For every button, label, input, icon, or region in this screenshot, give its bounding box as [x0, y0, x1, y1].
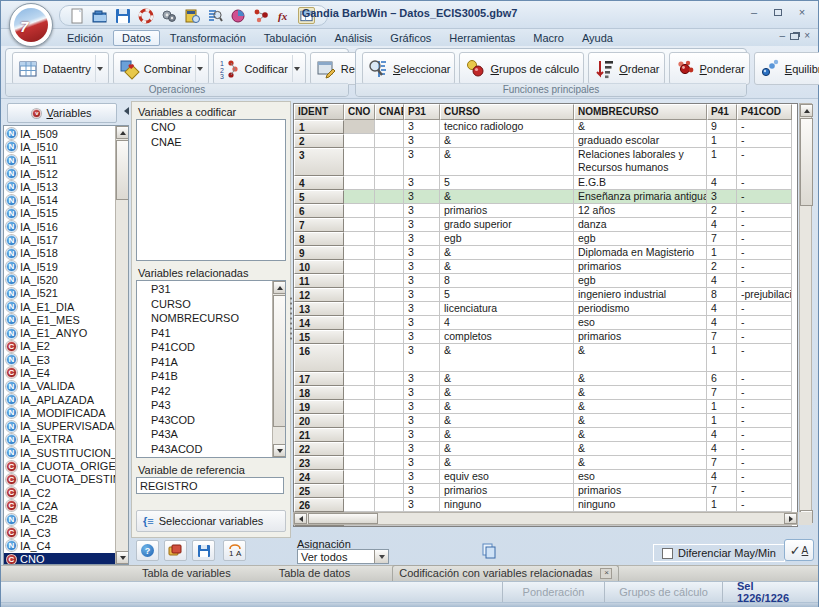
- cell-curso[interactable]: &: [440, 148, 574, 176]
- cell-cnae[interactable]: [375, 414, 404, 428]
- cell-p41[interactable]: 7: [707, 232, 737, 246]
- row-header-8[interactable]: 8: [294, 232, 344, 246]
- variable-item-ia_i519[interactable]: NIA_I519: [4, 260, 115, 273]
- related-item-p43acod[interactable]: P43ACOD: [137, 442, 272, 457]
- cell-p41cod[interactable]: -: [737, 190, 792, 204]
- cell-cnae[interactable]: [375, 218, 404, 232]
- cell-cno[interactable]: [344, 372, 375, 386]
- variable-item-ia_e1_mes[interactable]: NIA_E1_MES: [4, 313, 115, 326]
- variable-item-ia_extra[interactable]: NIA_EXTRA: [4, 433, 115, 446]
- cell-p41[interactable]: 4: [707, 218, 737, 232]
- cell-p41[interactable]: 7: [707, 484, 737, 498]
- cell-cno[interactable]: [344, 428, 375, 442]
- cell-curso[interactable]: &: [440, 344, 574, 372]
- menu-item-herramientas[interactable]: Herramientas: [441, 31, 523, 45]
- reference-input[interactable]: REGISTRO: [136, 477, 284, 494]
- cell-p41[interactable]: 1: [707, 400, 737, 414]
- variable-item-ia_e1_anyo[interactable]: NIA_E1_ANYO: [4, 326, 115, 339]
- ordenar-button[interactable]: Ordenar: [588, 52, 664, 85]
- save-button[interactable]: [192, 540, 215, 561]
- variable-item-cno[interactable]: CCNO: [4, 553, 115, 566]
- cell-cnae[interactable]: [375, 302, 404, 316]
- cell-p41[interactable]: 9: [707, 120, 737, 134]
- variable-item-ia_cuota_destino[interactable]: CIA_CUOTA_DESTINO: [4, 473, 115, 486]
- column-header-p41[interactable]: P41: [707, 104, 737, 120]
- variable-item-ia_i513[interactable]: NIA_I513: [4, 180, 115, 193]
- cell-p31[interactable]: 3: [404, 232, 440, 246]
- checkbox-icon[interactable]: [662, 548, 673, 559]
- app-logo[interactable]: 7: [9, 3, 53, 47]
- cell-cno[interactable]: [344, 470, 375, 484]
- cell-cnae[interactable]: [375, 274, 404, 288]
- cell-p41[interactable]: 7: [707, 330, 737, 344]
- variable-item-ia_e2[interactable]: CIA_E2: [4, 340, 115, 353]
- row-header-24[interactable]: 24: [294, 470, 344, 484]
- mdi-close-button[interactable]: ×: [804, 31, 810, 41]
- cell-cnae[interactable]: [375, 442, 404, 456]
- copy-button[interactable]: [479, 541, 499, 560]
- cell-p41cod[interactable]: -: [737, 316, 792, 330]
- cell-p31[interactable]: 3: [404, 498, 440, 512]
- variable-item-ia_i521[interactable]: NIA_I521: [4, 287, 115, 300]
- scroll-left-icon[interactable]: [294, 513, 307, 524]
- cell-curso[interactable]: completos: [440, 330, 574, 344]
- cell-cno[interactable]: [344, 302, 375, 316]
- scroll-right-icon[interactable]: [784, 513, 797, 524]
- row-header-23[interactable]: 23: [294, 456, 344, 470]
- variable-item-ia_c2b[interactable]: NIA_C2B: [4, 513, 115, 526]
- cell-cno[interactable]: [344, 232, 375, 246]
- cell-p31[interactable]: 3: [404, 204, 440, 218]
- related-item-nombrecurso[interactable]: NOMBRECURSO: [137, 311, 272, 326]
- cell-curso[interactable]: egb: [440, 232, 574, 246]
- cell-curso[interactable]: &: [440, 260, 574, 274]
- cell-p41cod[interactable]: -: [737, 232, 792, 246]
- dropdown-arrow-icon[interactable]: [95, 55, 104, 82]
- equilibrar-button[interactable]: Equilibrar: [754, 52, 819, 85]
- tab-close-icon[interactable]: ×: [600, 568, 612, 579]
- cell-cno[interactable]: [344, 176, 375, 190]
- related-item-grupo[interactable]: GRUPO: [137, 456, 272, 458]
- cell-curso[interactable]: &: [440, 456, 574, 470]
- cell-nombrecurso[interactable]: E.G.B: [574, 176, 707, 190]
- cell-p41cod[interactable]: -: [737, 176, 792, 190]
- cell-p41cod[interactable]: -: [737, 134, 792, 148]
- cell-curso[interactable]: &: [440, 400, 574, 414]
- tab-tabla-de-datos[interactable]: Tabla de datos: [273, 566, 357, 581]
- row-header-10[interactable]: 10: [294, 260, 344, 274]
- cell-p41[interactable]: 1: [707, 414, 737, 428]
- cell-p41[interactable]: 8: [707, 288, 737, 302]
- scrollbar-thumb[interactable]: [800, 118, 813, 206]
- cell-cnae[interactable]: [375, 400, 404, 414]
- cell-p41[interactable]: 4: [707, 302, 737, 316]
- search-list-icon[interactable]: [206, 7, 223, 24]
- scroll-up-icon[interactable]: [273, 281, 286, 294]
- cell-cnae[interactable]: [375, 204, 404, 218]
- tab-tabla-de-variables[interactable]: Tabla de variables: [136, 566, 237, 581]
- save-icon[interactable]: [114, 7, 131, 24]
- variable-item-ia_i516[interactable]: NIA_I516: [4, 220, 115, 233]
- close-button[interactable]: ×: [792, 5, 812, 20]
- cell-curso[interactable]: primarios: [440, 204, 574, 218]
- cell-cno[interactable]: [344, 148, 375, 176]
- convert-button[interactable]: 1 A: [223, 540, 246, 561]
- cell-p41[interactable]: 1: [707, 498, 737, 512]
- variable-item-ia_e4[interactable]: CIA_E4: [4, 366, 115, 379]
- cell-curso[interactable]: licenciatura: [440, 302, 574, 316]
- cell-cnae[interactable]: [375, 484, 404, 498]
- variable-item-ia_i520[interactable]: NIA_I520: [4, 273, 115, 286]
- cell-curso[interactable]: &: [440, 372, 574, 386]
- column-header-p31[interactable]: P31: [404, 104, 440, 120]
- related-scrollbar[interactable]: [272, 281, 285, 457]
- scroll-up-icon[interactable]: [116, 126, 129, 139]
- grid-horizontal-scrollbar[interactable]: [293, 512, 798, 525]
- scrollbar-thumb[interactable]: [273, 295, 286, 427]
- pie-chart-icon[interactable]: [229, 7, 246, 24]
- cell-cnae[interactable]: [375, 428, 404, 442]
- cell-p41[interactable]: 1: [707, 148, 737, 176]
- cell-nombrecurso[interactable]: eso: [574, 316, 707, 330]
- cards-button[interactable]: [164, 540, 187, 561]
- cell-p41[interactable]: 2: [707, 260, 737, 274]
- related-item-p41[interactable]: P41: [137, 326, 272, 341]
- collapse-sidebar-icon[interactable]: [124, 107, 129, 115]
- row-header-13[interactable]: 13: [294, 302, 344, 316]
